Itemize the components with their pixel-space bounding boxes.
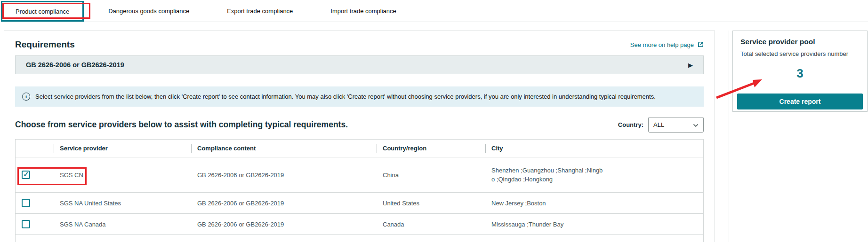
cell-service-provider: SGS CN — [54, 172, 191, 179]
tab-bar: Product compliance Dangerous goods compl… — [0, 0, 868, 22]
cell-service-provider: SGS NA United States — [54, 200, 191, 207]
tab-dangerous-goods-compliance[interactable]: Dangerous goods compliance — [95, 0, 202, 22]
service-provider-pool-card: Service provider pool Total selected ser… — [732, 31, 868, 112]
row-checkbox[interactable] — [22, 171, 30, 179]
providers-table: Service provider Compliance content Coun… — [15, 139, 704, 242]
info-banner: i Select service providers from the list… — [15, 86, 704, 107]
requirements-panel: Requirements See more on help page GB 26… — [4, 31, 715, 242]
country-select[interactable]: ALL — [648, 117, 704, 133]
table-row: SGS NA United States GB 2626-2006 or GB2… — [16, 193, 703, 214]
cell-compliance-content: GB 2626-2006 or GB2626-2019 — [191, 200, 377, 207]
chevron-down-icon — [693, 121, 699, 129]
table-row-clipped — [16, 235, 703, 242]
section-row: Choose from service providers below to a… — [15, 117, 704, 133]
sidebar-divider — [729, 31, 729, 242]
tab-label: Dangerous goods compliance — [108, 8, 189, 15]
cell-city: Mississauga ;Thunder Bay — [485, 220, 703, 229]
page-title: Requirements — [15, 39, 75, 50]
requirement-accordion-label: GB 2626-2006 or GB2626-2019 — [26, 61, 124, 69]
tab-label: Export trade compliance — [227, 8, 293, 15]
info-banner-text: Select service providers from the list b… — [35, 92, 656, 101]
info-icon: i — [22, 93, 30, 101]
help-link[interactable]: See more on help page — [630, 41, 704, 48]
tab-import-trade-compliance[interactable]: Import trade compliance — [317, 0, 409, 22]
cell-country-region: United States — [377, 200, 485, 207]
cell-compliance-content: GB 2626-2006 or GB2626-2019 — [191, 221, 377, 228]
create-report-button[interactable]: Create report — [737, 94, 863, 109]
pool-title: Service provider pool — [740, 38, 860, 46]
table-header-row: Service provider Compliance content Coun… — [16, 140, 703, 157]
column-header: Compliance content — [191, 145, 377, 152]
cell-city: Shenzhen ;Guangzhou ;Shanghai ;Ningb o ;… — [485, 166, 703, 184]
external-link-icon — [697, 41, 704, 48]
tab-label: Import trade compliance — [330, 8, 396, 15]
cell-compliance-content: GB 2626-2006 or GB2626-2019 — [191, 172, 377, 179]
cell-country-region: China — [377, 172, 485, 179]
column-header: City — [485, 145, 703, 152]
section-heading: Choose from service providers below to a… — [15, 120, 348, 130]
tab-label: Product compliance — [16, 8, 69, 15]
help-link-label: See more on help page — [630, 41, 694, 48]
country-select-value: ALL — [653, 121, 664, 128]
cell-service-provider: SGS NA Canada — [54, 221, 191, 228]
table-row: SGS CN GB 2626-2006 or GB2626-2019 China… — [16, 157, 703, 193]
requirement-accordion[interactable]: GB 2626-2006 or GB2626-2019 ▶ — [15, 55, 704, 74]
country-filter-label: Country: — [618, 121, 643, 128]
column-header: Service provider — [54, 145, 191, 152]
tab-export-trade-compliance[interactable]: Export trade compliance — [214, 0, 306, 22]
column-header: Country/region — [377, 145, 485, 152]
row-checkbox[interactable] — [22, 199, 30, 207]
pool-subtitle: Total selected service providers number — [740, 50, 860, 57]
expand-arrow-icon: ▶ — [688, 62, 693, 69]
country-filter: Country: ALL — [618, 117, 704, 133]
cell-city: New Jersey ;Boston — [485, 199, 703, 208]
table-row: SGS NA Canada GB 2626-2006 or GB2626-201… — [16, 214, 703, 235]
cell-country-region: Canada — [377, 221, 485, 228]
selected-count: 3 — [740, 66, 860, 81]
panel-header: Requirements See more on help page — [15, 39, 704, 50]
tab-product-compliance[interactable]: Product compliance — [1, 1, 84, 22]
row-checkbox[interactable] — [22, 220, 30, 228]
